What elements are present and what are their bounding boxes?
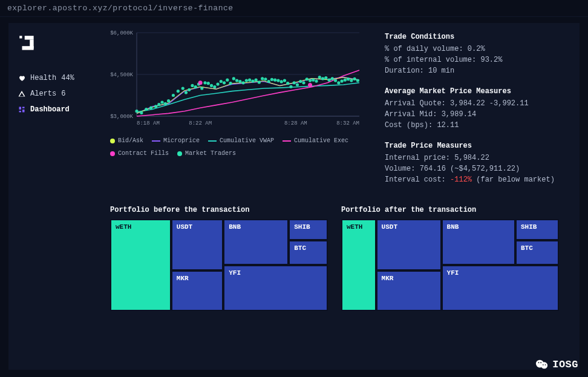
svg-text:$6,000K: $6,000K — [110, 30, 133, 36]
treemap-before[interactable]: wETHUSDTMKRBNBYFISHIBBTC — [110, 219, 328, 311]
legend-label: Cumulative VWAP — [220, 137, 274, 144]
metrics-panel: Trade Conditions % of daily volume: 0.2%… — [385, 29, 570, 195]
svg-point-79 — [334, 79, 337, 82]
svg-point-64 — [286, 82, 289, 85]
svg-point-41 — [213, 85, 216, 88]
svg-point-56 — [261, 77, 264, 80]
svg-point-57 — [264, 77, 267, 80]
treemap-tile-btc[interactable]: BTC — [289, 240, 328, 265]
arrival-quote-row: Arrival Quote: 3,984.22 -3,992.11 — [385, 98, 570, 109]
portfolio-after-title: Portfolio after the transaction — [341, 206, 559, 214]
svg-point-78 — [331, 77, 334, 80]
legend-label: Contract Fills — [118, 150, 169, 157]
svg-text:8:18 AM: 8:18 AM — [137, 120, 160, 126]
treemap-tile-yfi[interactable]: YFI — [223, 265, 328, 311]
svg-point-34 — [191, 84, 194, 87]
svg-point-70 — [305, 77, 309, 80]
treemap-tile-weth[interactable]: wETH — [341, 219, 376, 311]
legend-label: Cumulative Exec — [294, 137, 348, 144]
svg-point-72 — [312, 79, 315, 82]
svg-text:$3,000K: $3,000K — [110, 114, 133, 120]
svg-text:8:32 AM: 8:32 AM — [336, 120, 359, 126]
legend-item[interactable]: Contract Fills — [110, 150, 169, 157]
legend-item[interactable]: Bid/Ask — [110, 137, 143, 144]
internal-volume-row: % of internal volume: 93.2% — [385, 54, 570, 65]
svg-point-80 — [337, 81, 340, 84]
alert-icon — [18, 90, 25, 97]
svg-rect-1 — [25, 36, 34, 39]
sidebar-item-label: Dashboard — [30, 105, 70, 114]
svg-point-85 — [353, 77, 356, 80]
svg-point-25 — [157, 103, 160, 106]
volume-row: Volume: 764.16 (~$4,572,911.22) — [385, 163, 570, 174]
svg-point-87 — [198, 80, 203, 85]
treemap-tile-yfi[interactable]: YFI — [442, 265, 559, 311]
legend-swatch — [110, 139, 115, 143]
svg-point-60 — [273, 79, 276, 82]
svg-point-40 — [210, 84, 213, 87]
trade-price-block: Trade Price Measures Internal price: 5,9… — [385, 140, 570, 185]
sidebar-item-dashboard[interactable]: Dashboard — [17, 102, 97, 117]
logo-icon — [17, 34, 38, 54]
dashboard-icon — [18, 106, 25, 113]
sidebar-item-label: Health — [30, 74, 56, 82]
svg-rect-5 — [22, 107, 25, 109]
treemap-tile-usdt[interactable]: USDT — [376, 219, 442, 270]
legend-item[interactable]: Cumulative VWAP — [208, 137, 274, 144]
legend-item[interactable]: Market Traders — [177, 150, 236, 157]
app-shell: Health 44%Alerts 6Dashboard $3,000K$4,50… — [8, 23, 580, 370]
treemap-tile-shib[interactable]: SHIB — [289, 219, 328, 240]
svg-point-88 — [308, 83, 312, 87]
price-chart[interactable]: $3,000K$4,500K$6,000K8:18 AM8:22 AM8:28 … — [110, 29, 364, 132]
trade-conditions-title: Trade Conditions — [385, 31, 570, 42]
svg-point-33 — [188, 88, 191, 91]
treemap-tile-bnb[interactable]: BNB — [223, 219, 289, 265]
svg-point-45 — [226, 79, 229, 82]
treemap-tile-shib[interactable]: SHIB — [515, 219, 559, 240]
url-text: explorer.apostro.xyz/protocol/inverse-fi… — [7, 4, 234, 13]
svg-point-59 — [270, 78, 273, 81]
sidebar: Health 44%Alerts 6Dashboard — [8, 23, 105, 370]
legend-label: Microprice — [163, 137, 200, 144]
svg-point-84 — [350, 79, 353, 82]
top-row: $3,000K$4,500K$6,000K8:18 AM8:22 AM8:28 … — [110, 29, 570, 195]
svg-point-38 — [203, 81, 206, 84]
chart-legend: Bid/AskMicropriceCumulative VWAPCumulati… — [110, 137, 370, 157]
sidebar-item-health[interactable]: Health 44% — [17, 70, 97, 86]
svg-rect-4 — [19, 107, 22, 110]
treemap-tile-weth[interactable]: wETH — [110, 219, 171, 311]
interval-cost-row: Interval cost: -112% (far below market) — [385, 174, 570, 185]
legend-item[interactable]: Microprice — [152, 137, 200, 144]
treemap-tile-btc[interactable]: BTC — [515, 240, 559, 265]
sidebar-item-label: Alerts — [30, 90, 56, 98]
address-bar[interactable]: explorer.apostro.xyz/protocol/inverse-fi… — [0, 0, 588, 17]
treemap-tile-mkr[interactable]: MKR — [171, 270, 223, 311]
svg-point-28 — [167, 99, 170, 102]
svg-point-30 — [177, 90, 180, 93]
svg-point-86 — [356, 79, 359, 82]
arrival-mid-row: Arrival Mid: 3,989.14 — [385, 109, 570, 120]
svg-point-68 — [299, 80, 302, 83]
portfolios-row: Portfolio before the transaction wETHUSD… — [110, 206, 570, 311]
treemap-tile-usdt[interactable]: USDT — [171, 219, 223, 270]
treemap-tile-mkr[interactable]: MKR — [376, 270, 442, 311]
svg-point-20 — [135, 110, 138, 113]
svg-point-55 — [258, 80, 261, 84]
svg-point-76 — [324, 76, 327, 79]
legend-item[interactable]: Cumulative Exec — [283, 137, 348, 144]
price-chart-panel: $3,000K$4,500K$6,000K8:18 AM8:22 AM8:28 … — [110, 29, 370, 195]
svg-point-63 — [283, 79, 286, 82]
treemap-tile-bnb[interactable]: BNB — [442, 219, 515, 265]
treemap-after[interactable]: wETHUSDTMKRBNBYFISHIBBTC — [341, 219, 559, 311]
sidebar-item-alerts[interactable]: Alerts 6 — [17, 86, 97, 102]
svg-point-48 — [235, 79, 238, 82]
svg-point-43 — [220, 80, 223, 83]
duration-row: Duration: 10 min — [385, 65, 570, 76]
svg-rect-3 — [22, 46, 34, 50]
main-content: $3,000K$4,500K$6,000K8:18 AM8:22 AM8:28 … — [105, 23, 580, 370]
svg-point-75 — [321, 77, 324, 80]
svg-point-49 — [238, 80, 241, 83]
sidebar-item-value: 6 — [61, 90, 65, 98]
trade-price-title: Trade Price Measures — [385, 140, 570, 151]
svg-point-21 — [140, 111, 143, 114]
